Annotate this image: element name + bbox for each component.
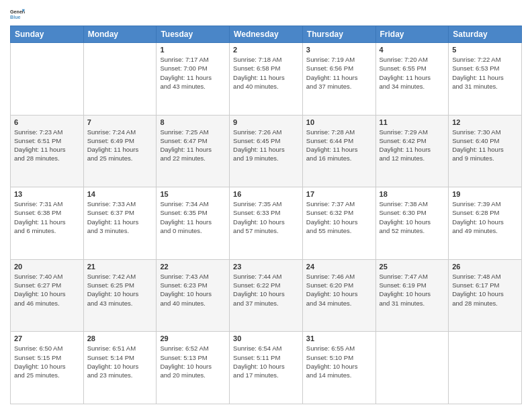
day-number: 25 <box>380 263 445 271</box>
day-number: 30 <box>233 334 299 342</box>
day-number: 15 <box>160 190 226 198</box>
calendar-cell <box>11 43 84 116</box>
calendar-cell: 22Sunrise: 7:43 AM Sunset: 6:23 PM Dayli… <box>157 259 230 332</box>
calendar-cell: 12Sunrise: 7:30 AM Sunset: 6:40 PM Dayli… <box>449 115 522 187</box>
day-number: 12 <box>452 118 518 126</box>
logo: General Blue <box>10 7 25 21</box>
calendar-cell <box>83 43 157 116</box>
day-number: 8 <box>160 118 226 126</box>
calendar-cell <box>375 332 449 404</box>
day-info: Sunrise: 7:35 AM Sunset: 6:33 PM Dayligh… <box>233 199 299 235</box>
day-number: 23 <box>233 263 299 271</box>
day-info: Sunrise: 7:17 AM Sunset: 7:00 PM Dayligh… <box>160 55 226 91</box>
logo-icon: General Blue <box>10 7 25 21</box>
weekday-header-friday: Friday <box>375 26 449 43</box>
day-info: Sunrise: 7:23 AM Sunset: 6:51 PM Dayligh… <box>14 128 80 163</box>
header: General Blue <box>10 7 522 21</box>
day-number: 10 <box>306 118 372 126</box>
day-number: 11 <box>380 118 445 126</box>
day-info: Sunrise: 6:51 AM Sunset: 5:14 PM Dayligh… <box>87 344 153 379</box>
week-row-2: 6Sunrise: 7:23 AM Sunset: 6:51 PM Daylig… <box>11 115 522 187</box>
day-info: Sunrise: 7:46 AM Sunset: 6:20 PM Dayligh… <box>306 272 372 308</box>
calendar-cell: 1Sunrise: 7:17 AM Sunset: 7:00 PM Daylig… <box>157 43 230 116</box>
weekday-header-saturday: Saturday <box>449 26 522 43</box>
day-info: Sunrise: 6:54 AM Sunset: 5:11 PM Dayligh… <box>233 344 299 379</box>
calendar-cell: 20Sunrise: 7:40 AM Sunset: 6:27 PM Dayli… <box>11 259 84 332</box>
day-number: 4 <box>380 46 445 54</box>
page: General Blue SundayMondayTuesdayWednesda… <box>0 0 532 411</box>
day-number: 13 <box>14 190 80 198</box>
day-info: Sunrise: 6:52 AM Sunset: 5:13 PM Dayligh… <box>160 344 226 379</box>
calendar-cell <box>449 332 522 404</box>
week-row-5: 27Sunrise: 6:50 AM Sunset: 5:15 PM Dayli… <box>11 332 522 404</box>
day-info: Sunrise: 7:24 AM Sunset: 6:49 PM Dayligh… <box>87 128 153 163</box>
day-number: 1 <box>160 46 226 54</box>
weekday-header-sunday: Sunday <box>11 26 84 43</box>
calendar-cell: 2Sunrise: 7:18 AM Sunset: 6:58 PM Daylig… <box>230 43 303 116</box>
calendar-cell: 25Sunrise: 7:47 AM Sunset: 6:19 PM Dayli… <box>375 259 449 332</box>
day-number: 3 <box>306 46 372 54</box>
calendar-cell: 30Sunrise: 6:54 AM Sunset: 5:11 PM Dayli… <box>230 332 303 404</box>
day-info: Sunrise: 7:38 AM Sunset: 6:30 PM Dayligh… <box>380 199 445 235</box>
day-info: Sunrise: 7:40 AM Sunset: 6:27 PM Dayligh… <box>14 272 80 308</box>
day-info: Sunrise: 7:33 AM Sunset: 6:37 PM Dayligh… <box>87 199 153 235</box>
day-number: 27 <box>14 334 80 342</box>
day-info: Sunrise: 7:25 AM Sunset: 6:47 PM Dayligh… <box>160 128 226 163</box>
day-info: Sunrise: 6:50 AM Sunset: 5:15 PM Dayligh… <box>14 344 80 379</box>
day-info: Sunrise: 7:29 AM Sunset: 6:42 PM Dayligh… <box>380 128 445 163</box>
day-number: 7 <box>87 118 153 126</box>
calendar-cell: 13Sunrise: 7:31 AM Sunset: 6:38 PM Dayli… <box>11 187 84 260</box>
day-info: Sunrise: 7:19 AM Sunset: 6:56 PM Dayligh… <box>306 55 372 91</box>
calendar-cell: 21Sunrise: 7:42 AM Sunset: 6:25 PM Dayli… <box>83 259 157 332</box>
day-info: Sunrise: 6:55 AM Sunset: 5:10 PM Dayligh… <box>306 344 372 379</box>
calendar-cell: 9Sunrise: 7:26 AM Sunset: 6:45 PM Daylig… <box>230 115 303 187</box>
weekday-header-monday: Monday <box>83 26 157 43</box>
calendar-cell: 5Sunrise: 7:22 AM Sunset: 6:53 PM Daylig… <box>449 43 522 116</box>
day-info: Sunrise: 7:31 AM Sunset: 6:38 PM Dayligh… <box>14 199 80 235</box>
day-info: Sunrise: 7:18 AM Sunset: 6:58 PM Dayligh… <box>233 55 299 91</box>
calendar-cell: 8Sunrise: 7:25 AM Sunset: 6:47 PM Daylig… <box>157 115 230 187</box>
calendar-cell: 26Sunrise: 7:48 AM Sunset: 6:17 PM Dayli… <box>449 259 522 332</box>
weekday-header-tuesday: Tuesday <box>157 26 230 43</box>
day-number: 2 <box>233 46 299 54</box>
weekday-header-row: SundayMondayTuesdayWednesdayThursdayFrid… <box>11 26 522 43</box>
calendar-cell: 4Sunrise: 7:20 AM Sunset: 6:55 PM Daylig… <box>375 43 449 116</box>
calendar-cell: 7Sunrise: 7:24 AM Sunset: 6:49 PM Daylig… <box>83 115 157 187</box>
day-number: 18 <box>380 190 445 198</box>
calendar-cell: 28Sunrise: 6:51 AM Sunset: 5:14 PM Dayli… <box>83 332 157 404</box>
calendar-cell: 11Sunrise: 7:29 AM Sunset: 6:42 PM Dayli… <box>375 115 449 187</box>
calendar-cell: 10Sunrise: 7:28 AM Sunset: 6:44 PM Dayli… <box>302 115 375 187</box>
calendar-cell: 18Sunrise: 7:38 AM Sunset: 6:30 PM Dayli… <box>375 187 449 260</box>
calendar-cell: 14Sunrise: 7:33 AM Sunset: 6:37 PM Dayli… <box>83 187 157 260</box>
day-info: Sunrise: 7:26 AM Sunset: 6:45 PM Dayligh… <box>233 128 299 163</box>
day-number: 20 <box>14 263 80 271</box>
day-info: Sunrise: 7:42 AM Sunset: 6:25 PM Dayligh… <box>87 272 153 308</box>
weekday-header-thursday: Thursday <box>302 26 375 43</box>
calendar-table: SundayMondayTuesdayWednesdayThursdayFrid… <box>10 26 522 404</box>
day-info: Sunrise: 7:47 AM Sunset: 6:19 PM Dayligh… <box>380 272 445 308</box>
calendar-cell: 24Sunrise: 7:46 AM Sunset: 6:20 PM Dayli… <box>302 259 375 332</box>
week-row-4: 20Sunrise: 7:40 AM Sunset: 6:27 PM Dayli… <box>11 259 522 332</box>
calendar-cell: 17Sunrise: 7:37 AM Sunset: 6:32 PM Dayli… <box>302 187 375 260</box>
day-number: 26 <box>452 263 518 271</box>
day-number: 28 <box>87 334 153 342</box>
calendar-cell: 3Sunrise: 7:19 AM Sunset: 6:56 PM Daylig… <box>302 43 375 116</box>
day-number: 21 <box>87 263 153 271</box>
calendar-cell: 27Sunrise: 6:50 AM Sunset: 5:15 PM Dayli… <box>11 332 84 404</box>
week-row-3: 13Sunrise: 7:31 AM Sunset: 6:38 PM Dayli… <box>11 187 522 260</box>
calendar-cell: 16Sunrise: 7:35 AM Sunset: 6:33 PM Dayli… <box>230 187 303 260</box>
calendar-cell: 23Sunrise: 7:44 AM Sunset: 6:22 PM Dayli… <box>230 259 303 332</box>
day-info: Sunrise: 7:34 AM Sunset: 6:35 PM Dayligh… <box>160 199 226 235</box>
day-info: Sunrise: 7:37 AM Sunset: 6:32 PM Dayligh… <box>306 199 372 235</box>
day-number: 6 <box>14 118 80 126</box>
day-number: 5 <box>452 46 518 54</box>
day-number: 9 <box>233 118 299 126</box>
day-info: Sunrise: 7:44 AM Sunset: 6:22 PM Dayligh… <box>233 272 299 308</box>
day-number: 19 <box>452 190 518 198</box>
calendar-cell: 6Sunrise: 7:23 AM Sunset: 6:51 PM Daylig… <box>11 115 84 187</box>
calendar-cell: 29Sunrise: 6:52 AM Sunset: 5:13 PM Dayli… <box>157 332 230 404</box>
week-row-1: 1Sunrise: 7:17 AM Sunset: 7:00 PM Daylig… <box>11 43 522 116</box>
day-info: Sunrise: 7:43 AM Sunset: 6:23 PM Dayligh… <box>160 272 226 308</box>
day-number: 24 <box>306 263 372 271</box>
day-info: Sunrise: 7:20 AM Sunset: 6:55 PM Dayligh… <box>380 55 445 91</box>
